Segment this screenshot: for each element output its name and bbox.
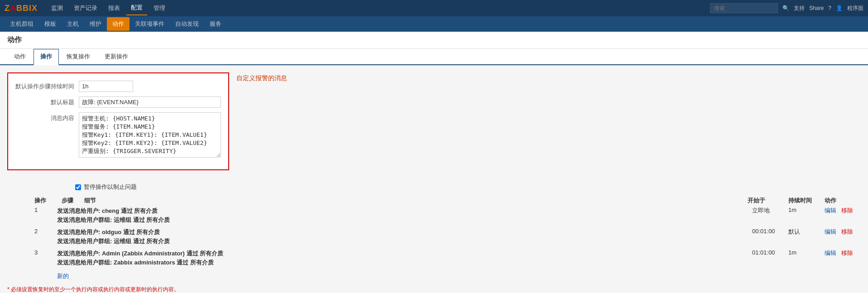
ops-action-2: 编辑 移除: [825, 228, 861, 236]
new-link[interactable]: 新的: [7, 272, 861, 280]
ops-detail-3: 发送消息给用户: Admin (Zabbix Administrator) 通过…: [57, 249, 752, 267]
ops-action-3: 编辑 移除: [825, 249, 861, 257]
page-title: 动作: [7, 35, 861, 45]
nav-services[interactable]: 服务: [204, 17, 227, 31]
ops-col-step: 步骤: [62, 197, 84, 205]
pause-label: 暂停操作以制止问题: [84, 183, 137, 191]
new-operation-link[interactable]: 新的: [57, 273, 69, 279]
nav-host-groups[interactable]: 主机群组: [5, 17, 39, 31]
ops-detail-line2-2: 发送消息给用户群组: 运维组 通过 所有介质: [57, 237, 752, 246]
ops-detail-line1-2: 发送消息给用户: oldguo 通过 所有介质: [57, 228, 752, 237]
default-duration-input[interactable]: [79, 81, 133, 92]
remove-link-3[interactable]: 移除: [841, 250, 853, 256]
help-icon[interactable]: ?: [828, 5, 831, 11]
ops-header-label: 操作: [34, 197, 62, 205]
ops-step-1: 1: [34, 207, 57, 213]
support-link[interactable]: 支持: [794, 5, 805, 12]
nav-assets[interactable]: 资产记录: [69, 1, 102, 15]
remove-link-1[interactable]: 移除: [841, 207, 853, 214]
footer-note-text: 必须设置恢复时的至少一个执行内容或执行内容或更新时的执行内容。: [11, 286, 179, 293]
message-content-label: 消息内容: [15, 112, 79, 122]
default-subject-label: 默认标题: [15, 96, 79, 106]
message-content-row: 消息内容 报警主机: {HOST.NAME1} 报警服务: {ITEM.NAME…: [15, 112, 221, 158]
form-red-box: 默认操作步骤持续时间 默认标题 消息内容 报警主机: {HOST.NAME1} …: [7, 72, 229, 170]
ops-start-1: 立即地: [752, 207, 788, 215]
ops-detail-line1-3: 发送消息给用户: Admin (Zabbix Administrator) 通过…: [57, 249, 752, 258]
nav-discovery[interactable]: 自动发现: [170, 17, 204, 31]
nav-hosts[interactable]: 主机: [62, 17, 84, 31]
nav-actions[interactable]: 动作: [107, 17, 129, 31]
footer-note: * 必须设置恢复时的至少一个执行内容或执行内容或更新时的执行内容。: [7, 286, 861, 293]
top-nav-items: 监测 资产记录 报表 配置 管理: [47, 1, 170, 15]
fullscreen-label[interactable]: 程序面: [847, 5, 863, 12]
second-nav: 主机群组 模板 主机 维护 动作 关联项事件 自动发现 服务: [0, 16, 868, 32]
search-input[interactable]: [710, 3, 778, 13]
ops-duration-2: 默认: [788, 228, 825, 236]
table-row: 1 发送消息给用户: cheng 通过 所有介质 发送消息给用户群组: 运维组 …: [7, 207, 861, 224]
user-icon[interactable]: 👤: [836, 5, 843, 11]
main-content: 默认操作步骤持续时间 默认标题 消息内容 报警主机: {HOST.NAME1} …: [0, 65, 868, 293]
ops-section: 操作 步骤 细节 开始于 持续时间 动作 1 发送消息给用户: cheng 通过…: [7, 197, 861, 267]
nav-admin[interactable]: 管理: [149, 1, 170, 15]
nav-correlations[interactable]: 关联项事件: [129, 17, 170, 31]
table-row: 3 发送消息给用户: Admin (Zabbix Administrator) …: [7, 249, 861, 267]
default-subject-input[interactable]: [79, 96, 221, 108]
logo: ZABBIX: [5, 4, 38, 13]
ops-step-3: 3: [34, 249, 57, 256]
tab-recovery[interactable]: 恢复操作: [60, 49, 97, 64]
tab-operations[interactable]: 操作: [34, 49, 59, 65]
ops-step-2: 2: [34, 228, 57, 235]
page-header: 动作: [0, 32, 868, 49]
tab-bar: 动作 操作 恢复操作 更新操作: [0, 49, 868, 65]
default-duration-row: 默认操作步骤持续时间: [15, 81, 221, 92]
top-nav: ZABBIX 监测 资产记录 报表 配置 管理 🔍 支持 Share ? 👤 程…: [0, 0, 868, 16]
tab-update[interactable]: 更新操作: [98, 49, 135, 64]
top-nav-right: 🔍 支持 Share ? 👤 程序面: [710, 3, 863, 13]
ops-duration-1: 1m: [788, 207, 825, 213]
nav-maintenance[interactable]: 维护: [84, 17, 107, 31]
message-content-textarea[interactable]: 报警主机: {HOST.NAME1} 报警服务: {ITEM.NAME1} 报警…: [79, 112, 221, 158]
nav-reports[interactable]: 报表: [104, 1, 125, 15]
default-subject-row: 默认标题: [15, 96, 221, 108]
default-duration-label: 默认操作步骤持续时间: [15, 81, 79, 91]
ops-start-2: 00:01:00: [752, 228, 788, 235]
nav-config[interactable]: 配置: [126, 1, 147, 15]
edit-link-2[interactable]: 编辑: [825, 228, 836, 235]
ops-detail-line2-3: 发送消息给用户群组: Zabbix administrators 通过 所有介质: [57, 258, 752, 267]
tab-action[interactable]: 动作: [7, 49, 33, 64]
pause-row: 暂停操作以制止问题: [7, 183, 861, 191]
table-row: 2 发送消息给用户: oldguo 通过 所有介质 发送消息给用户群组: 运维组…: [7, 228, 861, 245]
ops-detail-2: 发送消息给用户: oldguo 通过 所有介质 发送消息给用户群组: 运维组 通…: [57, 228, 752, 245]
edit-link-1[interactable]: 编辑: [825, 207, 836, 214]
footer-asterisk: *: [7, 286, 10, 293]
share-link[interactable]: Share: [809, 5, 824, 11]
custom-msg-hint: 自定义报警的消息: [236, 72, 287, 82]
ops-duration-3: 1m: [788, 249, 825, 256]
remove-link-2[interactable]: 移除: [841, 228, 853, 235]
ops-col-duration: 持续时间: [788, 197, 825, 205]
ops-col-detail: 细节: [84, 197, 748, 205]
ops-detail-line2-1: 发送消息给用户群组: 运维组 通过 所有介质: [57, 216, 752, 225]
ops-col-action: 动作: [825, 197, 861, 205]
search-icon[interactable]: 🔍: [782, 5, 789, 11]
ops-detail-line1-1: 发送消息给用户: cheng 通过 所有介质: [57, 207, 752, 216]
ops-start-3: 01:01:00: [752, 249, 788, 256]
edit-link-3[interactable]: 编辑: [825, 250, 836, 256]
ops-col-start: 开始于: [748, 197, 788, 205]
pause-checkbox[interactable]: [75, 184, 81, 190]
nav-templates[interactable]: 模板: [39, 17, 62, 31]
ops-detail-1: 发送消息给用户: cheng 通过 所有介质 发送消息给用户群组: 运维组 通过…: [57, 207, 752, 224]
ops-action-1: 编辑 移除: [825, 207, 861, 215]
nav-monitor[interactable]: 监测: [47, 1, 67, 15]
